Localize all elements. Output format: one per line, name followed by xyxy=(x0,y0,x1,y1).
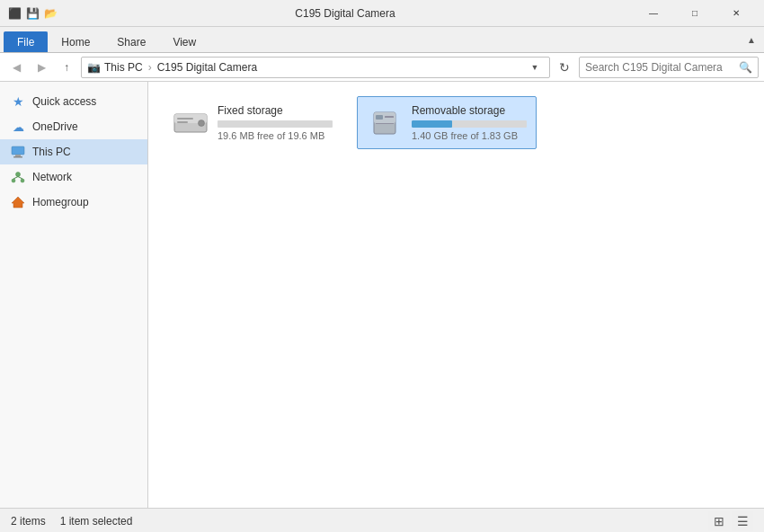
svg-rect-2 xyxy=(13,156,22,158)
removable-storage-icon xyxy=(367,109,403,137)
ribbon-expand-button[interactable]: ▲ xyxy=(742,27,760,52)
sidebar-item-network-label: Network xyxy=(32,171,72,183)
removable-storage-bar-fill xyxy=(412,120,452,128)
tab-share[interactable]: Share xyxy=(103,31,159,52)
svg-point-3 xyxy=(16,173,21,177)
svg-line-6 xyxy=(13,177,18,180)
svg-line-7 xyxy=(18,177,22,180)
svg-point-5 xyxy=(21,179,24,182)
onedrive-icon: ☁ xyxy=(11,120,25,134)
removable-storage-bar-bg xyxy=(412,120,527,128)
svg-rect-12 xyxy=(177,118,193,120)
title-bar: ⬛ 💾 📂 C195 Digital Camera — □ ✕ xyxy=(0,0,764,27)
fixed-storage-size: 19.6 MB free of 19.6 MB xyxy=(218,130,333,141)
removable-storage-size: 1.40 GB free of 1.83 GB xyxy=(412,130,527,141)
address-bar: ◀ ▶ ↑ 📷 This PC › C195 Digital Camera ▼ … xyxy=(0,53,764,82)
svg-point-4 xyxy=(12,179,15,182)
close-button[interactable]: ✕ xyxy=(715,0,757,27)
svg-rect-18 xyxy=(376,123,394,124)
removable-storage-inner: Removable storage 1.40 GB free of 1.83 G… xyxy=(367,104,527,141)
forward-button[interactable]: ▶ xyxy=(31,57,52,78)
tab-file[interactable]: File xyxy=(4,31,48,52)
system-icon-2: 💾 xyxy=(25,6,40,21)
path-separator-1: › xyxy=(148,61,152,74)
system-icon-3: 📂 xyxy=(43,6,58,21)
path-dropdown-button[interactable]: ▼ xyxy=(526,57,544,78)
removable-storage-name: Removable storage xyxy=(412,104,527,117)
tab-view[interactable]: View xyxy=(159,31,209,52)
sidebar-item-onedrive-label: OneDrive xyxy=(32,120,78,133)
search-input[interactable] xyxy=(585,61,735,74)
sidebar-item-onedrive[interactable]: ☁ OneDrive xyxy=(0,114,147,139)
svg-marker-8 xyxy=(12,197,24,208)
quick-access-icon: ★ xyxy=(11,94,25,109)
view-list-button[interactable]: ☰ xyxy=(732,511,753,531)
search-box[interactable]: 🔍 xyxy=(579,57,759,78)
breadcrumb-camera[interactable]: C195 Digital Camera xyxy=(157,61,257,74)
homegroup-icon xyxy=(11,195,25,209)
main-layout: ★ Quick access ☁ OneDrive This PC xyxy=(0,82,764,508)
svg-rect-1 xyxy=(15,155,21,156)
fixed-storage-icon xyxy=(173,109,209,137)
fixed-storage-item[interactable]: Fixed storage 19.6 MB free of 19.6 MB xyxy=(163,96,342,149)
tab-home[interactable]: Home xyxy=(48,31,103,52)
refresh-button[interactable]: ↻ xyxy=(554,57,575,78)
back-button[interactable]: ◀ xyxy=(5,57,27,78)
ribbon-tabs: File Home Share View ▲ xyxy=(0,27,764,52)
removable-storage-item[interactable]: Removable storage 1.40 GB free of 1.83 G… xyxy=(357,96,537,149)
path-icon: 📷 xyxy=(87,61,101,74)
fixed-storage-name: Fixed storage xyxy=(218,104,333,117)
ribbon: File Home Share View ▲ xyxy=(0,27,764,53)
breadcrumb-camera-label: C195 Digital Camera xyxy=(157,61,257,74)
status-left: 2 items 1 item selected xyxy=(11,515,708,528)
network-icon xyxy=(11,170,25,184)
svg-rect-0 xyxy=(12,146,24,155)
sidebar-item-homegroup[interactable]: Homegroup xyxy=(0,190,147,215)
search-icon[interactable]: 🔍 xyxy=(739,61,752,74)
address-path[interactable]: 📷 This PC › C195 Digital Camera ▼ xyxy=(81,57,550,78)
window-controls[interactable]: — □ ✕ xyxy=(633,0,757,27)
fixed-storage-inner: Fixed storage 19.6 MB free of 19.6 MB xyxy=(173,104,333,141)
content-area: Fixed storage 19.6 MB free of 19.6 MB xyxy=(148,82,764,508)
fixed-storage-info: Fixed storage 19.6 MB free of 19.6 MB xyxy=(218,104,333,141)
svg-rect-17 xyxy=(385,116,394,118)
sidebar-item-quick-access-label: Quick access xyxy=(32,95,96,108)
breadcrumb-thispc-label: This PC xyxy=(104,61,143,74)
items-count: 2 items xyxy=(11,515,46,528)
sidebar-item-thispc-label: This PC xyxy=(32,146,71,158)
breadcrumb-thispc[interactable]: This PC xyxy=(104,61,143,74)
svg-rect-16 xyxy=(376,115,383,120)
svg-rect-13 xyxy=(177,121,188,123)
thispc-icon xyxy=(11,145,25,159)
status-bar: 2 items 1 item selected ⊞ ☰ xyxy=(0,508,764,532)
sidebar: ★ Quick access ☁ OneDrive This PC xyxy=(0,82,148,508)
fixed-storage-bar-bg xyxy=(218,120,333,128)
sidebar-item-this-pc[interactable]: This PC xyxy=(0,139,147,164)
sidebar-item-quick-access[interactable]: ★ Quick access xyxy=(0,89,147,114)
removable-storage-info: Removable storage 1.40 GB free of 1.83 G… xyxy=(412,104,527,141)
svg-point-11 xyxy=(199,120,205,126)
maximize-button[interactable]: □ xyxy=(674,0,715,27)
status-right: ⊞ ☰ xyxy=(708,511,753,531)
title-bar-system-icons: ⬛ 💾 📂 xyxy=(7,6,58,21)
up-button[interactable]: ↑ xyxy=(56,57,77,78)
window-title: C195 Digital Camera xyxy=(58,7,633,20)
view-tiles-button[interactable]: ⊞ xyxy=(708,511,730,531)
minimize-button[interactable]: — xyxy=(633,0,674,27)
system-icon-1: ⬛ xyxy=(7,6,22,21)
selected-count: 1 item selected xyxy=(60,515,133,528)
sidebar-item-network[interactable]: Network xyxy=(0,164,147,190)
sidebar-item-homegroup-label: Homegroup xyxy=(32,196,89,208)
